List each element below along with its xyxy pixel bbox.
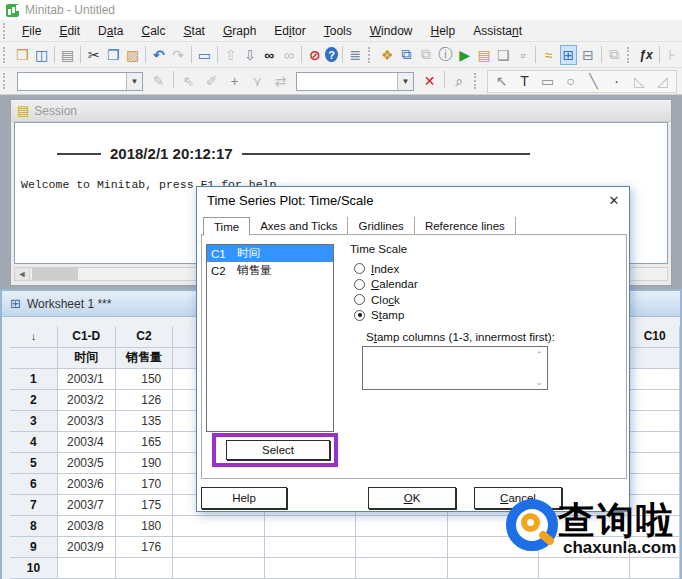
rect-tool-icon[interactable]: ▭: [537, 71, 558, 91]
menu-tools[interactable]: Tools: [315, 21, 361, 41]
toolbar-grip-handle[interactable]: [368, 47, 372, 63]
ws-row-number[interactable]: 5: [10, 452, 57, 473]
menu-edit[interactable]: Edit: [50, 21, 89, 41]
radio-index[interactable]: Index: [354, 261, 418, 277]
ws-col-header[interactable]: C2: [115, 326, 173, 347]
polygon-tool-icon[interactable]: ◺: [629, 71, 650, 91]
find-icon[interactable]: ∞: [261, 45, 278, 65]
copy-worksheet-icon[interactable]: ⧉: [417, 45, 434, 65]
ws-cell-time[interactable]: 2003/3: [57, 410, 115, 431]
item-select-combobox[interactable]: ▼: [17, 72, 143, 91]
ws-row-number[interactable]: 8: [10, 515, 57, 536]
edit-last-dialog-icon[interactable]: ▭: [196, 45, 213, 65]
ws-col-name[interactable]: 时间: [57, 347, 115, 368]
select-tool-icon[interactable]: ↖: [491, 71, 512, 91]
scroll-left-icon[interactable]: ◄: [15, 268, 30, 280]
ws-cell[interactable]: [630, 452, 680, 473]
tab-time[interactable]: Time: [203, 217, 250, 236]
menu-help[interactable]: Help: [422, 21, 465, 41]
redo-icon[interactable]: ↷: [169, 45, 186, 65]
ws-row-number[interactable]: 7: [10, 494, 57, 515]
flag-icon[interactable]: ⋎: [247, 71, 268, 91]
help-icon[interactable]: ?: [325, 47, 337, 62]
ws-col-name[interactable]: 销售量: [115, 347, 173, 368]
ws-row-number[interactable]: 6: [10, 473, 57, 494]
toolbar-grip-handle[interactable]: [474, 73, 479, 89]
ws-cell-time[interactable]: 2003/1: [57, 368, 115, 389]
close-icon[interactable]: ✕: [599, 188, 629, 214]
toolbar-grip-handle[interactable]: [3, 73, 8, 89]
ws-cell-time[interactable]: 2003/5: [57, 452, 115, 473]
tab-reference-lines[interactable]: Reference lines: [415, 217, 516, 234]
menu-window[interactable]: Window: [361, 21, 422, 41]
ws-cell[interactable]: [630, 431, 680, 452]
crosshair-icon[interactable]: +: [224, 71, 245, 91]
next-command-icon[interactable]: ⇩: [241, 45, 258, 65]
ws-corner-cell[interactable]: ↓: [10, 326, 57, 347]
ws-cell-time[interactable]: 2003/8: [57, 515, 115, 536]
edit-points-icon[interactable]: ✎: [148, 71, 169, 91]
ws-cell-sales[interactable]: 180: [115, 515, 173, 536]
swap-icon[interactable]: ⇄: [270, 71, 291, 91]
ws-cell-sales[interactable]: 165: [115, 431, 173, 452]
undo-icon[interactable]: ↶: [150, 45, 167, 65]
find-next-icon[interactable]: ∞: [280, 45, 297, 65]
session-window-titlebar[interactable]: ▤ Session: [11, 100, 671, 122]
stamp-columns-input[interactable]: ⌃ ⌄: [362, 346, 548, 390]
ws-cell-time[interactable]: 2003/2: [57, 389, 115, 410]
show-session-icon[interactable]: ≣: [347, 45, 364, 65]
toolbar-grip-handle[interactable]: [627, 47, 631, 63]
chevron-down-icon[interactable]: ⌄: [535, 377, 543, 387]
ok-button[interactable]: OK: [368, 487, 456, 509]
column-item-c2[interactable]: C2销售量: [207, 262, 333, 279]
ws-row-number[interactable]: 9: [10, 536, 57, 557]
polyline-tool-icon[interactable]: ◿: [652, 71, 673, 91]
worksheets-icon[interactable]: ⧉: [398, 45, 415, 65]
ws-cell[interactable]: [264, 515, 355, 536]
ws-cell[interactable]: [630, 473, 680, 494]
ws-cell-time[interactable]: 2003/4: [57, 431, 115, 452]
radio-calendar[interactable]: Calendar: [354, 277, 418, 293]
delete-icon[interactable]: ✕: [419, 71, 440, 91]
chevron-up-icon[interactable]: ⌃: [535, 350, 543, 360]
marker-tool-icon[interactable]: ·: [606, 71, 627, 91]
split-view-icon[interactable]: ⊟: [579, 45, 596, 65]
previous-command-icon[interactable]: ⇧: [222, 45, 239, 65]
ws-cell-sales[interactable]: 175: [115, 494, 173, 515]
menu-file[interactable]: File: [13, 21, 50, 41]
selection-frame-icon[interactable]: ▫: [514, 45, 531, 65]
select-button[interactable]: Select: [226, 440, 330, 460]
ws-cell[interactable]: [356, 557, 447, 578]
ws-cell[interactable]: [173, 557, 264, 578]
graph-window-icon[interactable]: ≈: [540, 45, 557, 65]
ws-row-number[interactable]: 2: [10, 389, 57, 410]
ws-row-number[interactable]: 1: [10, 368, 57, 389]
ws-cell-time[interactable]: 2003/6: [57, 473, 115, 494]
ws-cell[interactable]: [173, 515, 264, 536]
ws-cell-sales[interactable]: [115, 557, 173, 578]
open-icon[interactable]: ❒: [13, 45, 30, 65]
chevron-down-icon[interactable]: ▼: [397, 73, 413, 90]
ws-cell-sales[interactable]: 150: [115, 368, 173, 389]
ws-col-header[interactable]: C1-D: [57, 326, 115, 347]
copy-icon[interactable]: ❐: [105, 45, 122, 65]
ws-cell-sales[interactable]: 135: [115, 410, 173, 431]
info-icon[interactable]: ⓘ: [437, 45, 454, 65]
tab-axes-and-ticks[interactable]: Axes and Ticks: [250, 217, 348, 234]
function-icon[interactable]: ƒx: [637, 45, 654, 65]
ws-cell-time[interactable]: 2003/7: [57, 494, 115, 515]
ws-row-number[interactable]: 10: [10, 557, 57, 578]
menu-data[interactable]: Data: [89, 21, 132, 41]
menubar-grip-handle[interactable]: [3, 23, 8, 39]
menu-assistant[interactable]: Assistant: [464, 21, 531, 41]
paste-icon[interactable]: ▨: [124, 45, 141, 65]
ws-col-header[interactable]: C10: [630, 326, 680, 347]
cascade-windows-icon[interactable]: ⧉: [606, 45, 623, 65]
print-icon[interactable]: ▤: [59, 45, 76, 65]
cancel-icon[interactable]: ⊘: [306, 45, 323, 65]
ws-cell[interactable]: [264, 536, 355, 557]
graph-select-combobox[interactable]: ▼: [296, 72, 414, 91]
select-item-icon[interactable]: ⇖: [178, 71, 199, 91]
radio-stamp[interactable]: Stamp: [354, 308, 418, 324]
toolbar-grip-handle[interactable]: [3, 47, 7, 63]
